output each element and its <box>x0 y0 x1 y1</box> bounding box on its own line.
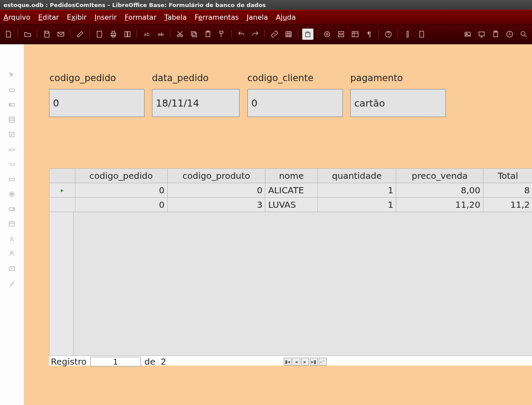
svg-rect-34 <box>10 132 14 137</box>
cell-codigo-pedido[interactable]: 0 <box>75 183 167 198</box>
last-record-icon[interactable]: ▸▮ <box>310 358 318 366</box>
wizard-icon[interactable] <box>7 279 17 288</box>
col-nome[interactable]: nome <box>265 169 317 183</box>
redo-icon[interactable] <box>250 28 261 40</box>
open-icon[interactable] <box>22 28 33 40</box>
cell-total[interactable]: 11,2 <box>483 198 532 212</box>
spellcheck-icon[interactable]: ab <box>141 28 152 40</box>
cell-preco-venda[interactable]: 11,20 <box>396 198 483 212</box>
radio-button-icon[interactable] <box>7 190 17 199</box>
cell-codigo-pedido[interactable]: 0 <box>75 198 167 212</box>
font-icon[interactable]: A <box>7 234 17 243</box>
text-box-icon[interactable] <box>7 175 17 184</box>
table-header-row: codigo_pedido codigo_produto nome quanti… <box>49 169 532 183</box>
col-preco-venda[interactable]: preco_venda <box>396 169 483 183</box>
table-icon[interactable] <box>283 28 294 40</box>
option-button-icon[interactable] <box>7 100 17 109</box>
copy-icon[interactable] <box>188 28 200 40</box>
print-icon[interactable] <box>108 28 119 40</box>
col-codigo-produto[interactable]: codigo_produto <box>167 169 265 183</box>
cell-nome[interactable]: ALICATE <box>265 183 317 198</box>
cell-preco-venda[interactable]: 8,00 <box>396 183 483 198</box>
cell-quantidade[interactable]: 1 <box>317 198 396 212</box>
menu-arquivo[interactable]: Arquivo <box>4 13 30 21</box>
menu-formatar[interactable]: Formatar <box>124 13 156 21</box>
input-codigo-pedido[interactable]: 0 <box>49 89 144 117</box>
clock-icon[interactable] <box>504 28 515 40</box>
help-icon[interactable] <box>383 28 394 40</box>
input-data-pedido[interactable]: 18/11/14 <box>152 89 240 117</box>
auto-spellcheck-icon[interactable]: ab <box>155 28 166 40</box>
formatted-field-icon[interactable]: %f <box>7 160 17 169</box>
data-source-icon[interactable] <box>335 28 347 40</box>
label-field-icon[interactable]: abI <box>7 145 17 154</box>
edit-icon[interactable] <box>74 28 86 40</box>
next-record-icon[interactable]: ▸ <box>301 358 309 366</box>
grid-empty-area[interactable] <box>49 212 532 356</box>
col-quantidade[interactable]: quantidade <box>317 169 396 183</box>
cell-codigo-produto[interactable]: 0 <box>167 183 265 198</box>
input-pagamento[interactable]: cartão <box>350 89 446 117</box>
hyperlink-icon[interactable] <box>269 28 280 40</box>
find-icon[interactable] <box>518 28 529 40</box>
cell-nome[interactable]: LUVAS <box>265 198 317 212</box>
paste-icon[interactable] <box>202 28 214 40</box>
clone-format-icon[interactable] <box>216 28 228 40</box>
cut-icon[interactable] <box>174 28 186 40</box>
svg-rect-18 <box>338 35 344 37</box>
svg-point-37 <box>11 193 13 195</box>
cell-codigo-produto[interactable]: 3 <box>167 198 265 212</box>
subform-grid[interactable]: codigo_pedido codigo_produto nome quanti… <box>49 168 532 366</box>
prev-record-icon[interactable]: ◂ <box>292 358 300 366</box>
more-controls-icon[interactable] <box>7 220 17 228</box>
cell-total[interactable]: 8 <box>483 183 532 198</box>
save-icon[interactable] <box>41 28 53 40</box>
check-box-icon[interactable] <box>7 130 17 139</box>
clipboard-icon[interactable] <box>490 28 501 40</box>
current-row-marker-icon[interactable] <box>49 183 75 198</box>
col-codigo-pedido[interactable]: codigo_pedido <box>75 169 167 183</box>
row-marker[interactable] <box>49 198 75 212</box>
row-marker-header[interactable] <box>49 169 75 183</box>
items-table[interactable]: codigo_pedido codigo_produto nome quanti… <box>49 168 532 212</box>
menu-ajuda[interactable]: Ajuda <box>276 13 296 21</box>
push-button-icon[interactable] <box>7 85 17 94</box>
menu-editar[interactable]: Editar <box>38 13 59 21</box>
recnav-current-input[interactable]: 1 <box>90 357 141 366</box>
svg-point-15 <box>324 32 330 37</box>
input-codigo-cliente[interactable]: 0 <box>247 89 343 117</box>
zoom-page-icon[interactable] <box>416 28 427 40</box>
zoom-icon[interactable] <box>402 28 413 40</box>
new-doc-icon[interactable] <box>3 28 14 40</box>
design-mode-icon[interactable] <box>7 249 17 258</box>
menu-ferramentas[interactable]: Ferramentas <box>194 13 239 21</box>
paragraph-icon[interactable]: ¶ <box>363 28 375 40</box>
menu-tabela[interactable]: Tabela <box>164 13 187 21</box>
toolbar-separator <box>88 28 91 40</box>
new-record-icon[interactable]: ▸* <box>319 358 327 366</box>
undo-icon[interactable] <box>236 28 247 40</box>
menu-inserir[interactable]: Inserir <box>95 13 117 21</box>
image-icon[interactable] <box>462 28 473 40</box>
print-preview-icon[interactable] <box>122 28 133 40</box>
menu-exibir[interactable]: Exibir <box>67 13 87 21</box>
select-icon[interactable] <box>7 71 17 79</box>
screen-icon[interactable] <box>476 28 487 40</box>
toolbar-separator <box>136 28 138 40</box>
record-search-icon[interactable] <box>321 28 333 40</box>
col-total[interactable]: Total <box>483 169 532 183</box>
menu-janela[interactable]: Janela <box>247 13 268 21</box>
cell-quantidade[interactable]: 1 <box>317 183 396 198</box>
data-to-text-icon[interactable] <box>349 28 361 40</box>
combo-box-icon[interactable] <box>7 205 17 213</box>
list-box-icon[interactable] <box>7 115 17 124</box>
export-pdf-icon[interactable] <box>94 28 105 40</box>
mail-icon[interactable] <box>55 28 67 40</box>
table-row[interactable]: 0 0 ALICATE 1 8,00 8 <box>49 183 532 198</box>
form-design-icon[interactable] <box>302 28 314 40</box>
form-canvas[interactable]: codigo_pedido data_pedido codigo_cliente… <box>24 44 532 405</box>
table-row[interactable]: 0 3 LUVAS 1 11,20 11,2 <box>49 198 532 212</box>
first-record-icon[interactable]: ▮◂ <box>284 358 292 366</box>
form-properties-icon[interactable] <box>7 264 17 273</box>
svg-point-16 <box>326 33 328 36</box>
